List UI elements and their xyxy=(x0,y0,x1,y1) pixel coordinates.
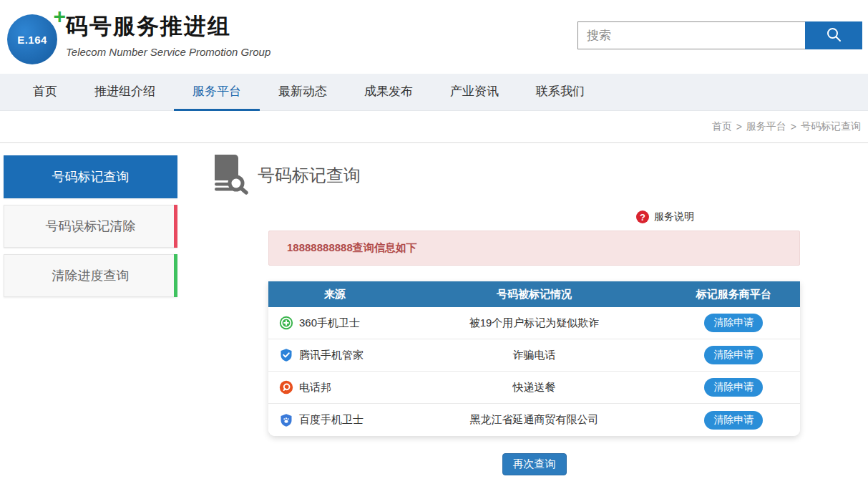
breadcrumb: 首页>服务平台>号码标记查询 xyxy=(0,111,868,143)
body-wrap: 号码标记查询号码误标记清除清除进度查询 号码标记查询 ? 服务说明 188888… xyxy=(0,153,868,490)
action-cell: 清除申请 xyxy=(667,411,800,430)
source-name: 腾讯手机管家 xyxy=(299,349,364,362)
baidu-guard-icon xyxy=(279,413,293,427)
source-cell: 腾讯手机管家 xyxy=(268,348,401,362)
mark-status: 快递送餐 xyxy=(401,381,668,394)
search-bar xyxy=(577,21,862,49)
nav-item-service-platform[interactable]: 服务平台 xyxy=(174,74,260,111)
mark-status: 黑龙江省延通商贸有限公司 xyxy=(401,413,668,427)
nav-item-industry-news[interactable]: 产业资讯 xyxy=(431,74,517,111)
logo-badge-text: E.164 xyxy=(17,34,47,46)
sidebar-item-label: 号码误标记清除 xyxy=(46,218,136,235)
nav-item-home[interactable]: 首页 xyxy=(14,74,76,111)
search-button[interactable] xyxy=(805,21,862,49)
table-body: 360手机卫士被19个用户标记为疑似欺诈清除申请腾讯手机管家诈骗电话清除申请电话… xyxy=(268,307,800,436)
sidebar-item-mark-clear[interactable]: 号码误标记清除 xyxy=(4,205,177,248)
breadcrumb-separator: > xyxy=(736,121,742,132)
table-header-cell: 来源 xyxy=(268,288,401,301)
source-cell: 百度手机卫士 xyxy=(268,413,401,427)
main-content: 号码标记查询 ? 服务说明 18888888888查询信息如下 来源号码被标记情… xyxy=(204,153,868,490)
requery-row: 再次查询 xyxy=(268,453,800,475)
table-header-cell: 号码被标记情况 xyxy=(401,288,668,301)
action-cell: 清除申请 xyxy=(667,314,800,332)
sidebar-accent-bar xyxy=(174,205,177,248)
alert-text: 18888888888查询信息如下 xyxy=(287,241,417,255)
sidebar-accent-bar xyxy=(174,254,177,297)
source-name: 360手机卫士 xyxy=(299,316,360,330)
page-title: 号码标记查询 xyxy=(258,164,361,187)
breadcrumb-item[interactable]: 首页 xyxy=(712,120,732,133)
table-header-row: 来源号码被标记情况标记服务商平台 xyxy=(268,281,800,307)
nav-item-latest-news[interactable]: 最新动态 xyxy=(260,74,346,111)
service-note-row: ? 服务说明 xyxy=(268,209,800,225)
nav-item-contact-us[interactable]: 联系我们 xyxy=(517,74,603,111)
sidebar-item-label: 清除进度查询 xyxy=(52,267,130,284)
source-cell: 360手机卫士 xyxy=(268,316,401,330)
page-title-row: 号码标记查询 xyxy=(208,153,868,198)
breadcrumb-separator: > xyxy=(791,121,796,132)
source-cell: 电话邦 xyxy=(268,380,401,394)
site-title-block: 码号服务推进组 Telecom Number Service Promotion… xyxy=(66,11,270,58)
sidebar-item-number-mark-query[interactable]: 号码标记查询 xyxy=(4,155,177,198)
table-row: 360手机卫士被19个用户标记为疑似欺诈清除申请 xyxy=(268,307,800,339)
dianhuabang-icon xyxy=(279,380,293,394)
requery-button[interactable]: 再次查询 xyxy=(502,453,567,475)
tencent-manager-icon xyxy=(279,348,293,362)
sidebar: 号码标记查询号码误标记清除清除进度查询 xyxy=(4,155,177,304)
book-search-icon xyxy=(208,153,249,198)
site-logo[interactable]: E.164 + xyxy=(7,9,67,66)
e164-globe-icon: E.164 xyxy=(7,14,57,64)
breadcrumb-item[interactable]: 号码标记查询 xyxy=(801,120,861,133)
content-block: ? 服务说明 18888888888查询信息如下 来源号码被标记情况标记服务商平… xyxy=(268,209,800,475)
sidebar-item-clear-progress-query[interactable]: 清除进度查询 xyxy=(4,254,177,297)
source-name: 电话邦 xyxy=(299,381,331,394)
question-icon: ? xyxy=(636,210,649,223)
site-subtitle: Telecom Number Service Promotion Group xyxy=(66,46,270,58)
logo-plus-icon: + xyxy=(53,6,66,27)
mark-status: 被19个用户标记为疑似欺诈 xyxy=(401,316,668,330)
clear-request-button[interactable]: 清除申请 xyxy=(704,411,763,430)
breadcrumb-item[interactable]: 服务平台 xyxy=(746,120,786,133)
site-title: 码号服务推进组 xyxy=(66,11,270,42)
mark-status: 诈骗电话 xyxy=(401,349,668,362)
nav-item-achievements[interactable]: 成果发布 xyxy=(346,74,431,111)
source-name: 百度手机卫士 xyxy=(299,413,364,427)
query-result-alert: 18888888888查询信息如下 xyxy=(268,231,800,266)
clear-request-button[interactable]: 清除申请 xyxy=(704,378,763,397)
action-cell: 清除申请 xyxy=(667,346,800,364)
clear-request-button[interactable]: 清除申请 xyxy=(704,314,763,332)
nav-item-group-intro[interactable]: 推进组介绍 xyxy=(76,74,174,111)
main-nav: 首页推进组介绍服务平台最新动态成果发布产业资讯联系我们 xyxy=(0,74,868,111)
table-row: 电话邦快递送餐清除申请 xyxy=(268,372,800,404)
action-cell: 清除申请 xyxy=(667,378,800,397)
mark-result-table: 来源号码被标记情况标记服务商平台 360手机卫士被19个用户标记为疑似欺诈清除申… xyxy=(268,281,800,436)
service-note-link[interactable]: 服务说明 xyxy=(654,210,694,223)
360-security-icon xyxy=(279,316,293,330)
page-header: E.164 + 码号服务推进组 Telecom Number Service P… xyxy=(0,0,868,74)
table-header-cell: 标记服务商平台 xyxy=(667,288,800,301)
search-icon xyxy=(825,26,842,45)
table-row: 百度手机卫士黑龙江省延通商贸有限公司清除申请 xyxy=(268,404,800,436)
table-row: 腾讯手机管家诈骗电话清除申请 xyxy=(268,339,800,372)
clear-request-button[interactable]: 清除申请 xyxy=(704,346,763,364)
sidebar-item-label: 号码标记查询 xyxy=(52,168,130,185)
search-input[interactable] xyxy=(577,21,805,49)
